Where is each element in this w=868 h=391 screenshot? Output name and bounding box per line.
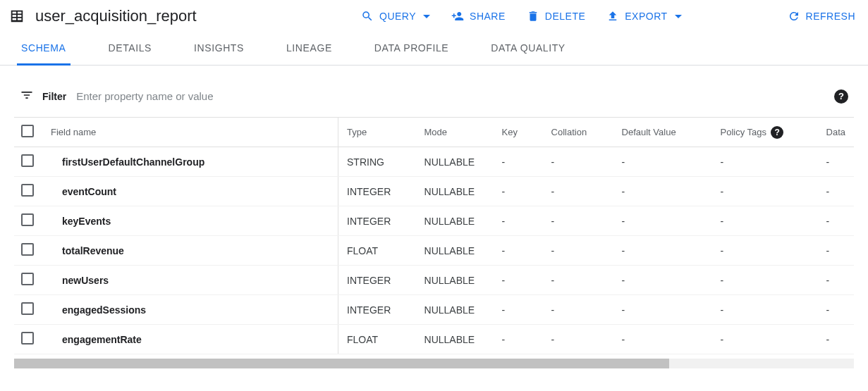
row-checkbox[interactable] — [21, 243, 34, 256]
table-row: newUsersINTEGERNULLABLE----- — [14, 266, 854, 295]
cell-field-name: engagedSessions — [42, 295, 338, 325]
cell-field-name: newUsers — [42, 266, 338, 295]
cell-field-name: totalRevenue — [42, 236, 338, 266]
filter-icon — [20, 88, 34, 104]
cell-type: INTEGER — [338, 177, 416, 206]
cell-data: - — [818, 206, 854, 236]
refresh-icon — [788, 10, 800, 23]
horizontal-scrollbar[interactable] — [14, 359, 854, 368]
table-row: firstUserDefaultChannelGroupSTRINGNULLAB… — [14, 147, 854, 177]
cell-collation: - — [543, 206, 613, 236]
row-checkbox[interactable] — [21, 154, 34, 167]
scrollbar-thumb[interactable] — [14, 359, 669, 368]
table-row: eventCountINTEGERNULLABLE----- — [14, 177, 854, 206]
search-icon — [361, 10, 374, 23]
page-header: user_acquisition_report QUERY SHARE DELE… — [0, 0, 868, 32]
cell-mode: NULLABLE — [416, 206, 494, 236]
table-icon — [8, 8, 25, 25]
cell-collation: - — [543, 295, 613, 325]
query-label: QUERY — [379, 11, 416, 22]
cell-data: - — [818, 177, 854, 206]
help-icon[interactable]: ? — [834, 89, 848, 104]
tab-data-quality[interactable]: DATA QUALITY — [487, 32, 569, 66]
row-checkbox[interactable] — [21, 184, 34, 197]
cell-default-value: - — [613, 206, 712, 236]
tab-data-profile[interactable]: DATA PROFILE — [370, 32, 453, 66]
cell-key: - — [494, 236, 543, 266]
delete-label: DELETE — [545, 11, 585, 22]
schema-table: Field name Type Mode Key Collation Defau… — [14, 117, 854, 354]
cell-default-value: - — [613, 236, 712, 266]
row-checkbox[interactable] — [21, 273, 34, 285]
cell-collation: - — [543, 147, 613, 177]
table-row: keyEventsINTEGERNULLABLE----- — [14, 206, 854, 236]
share-label: SHARE — [470, 11, 506, 22]
refresh-label: REFRESH — [806, 11, 855, 22]
select-all-checkbox[interactable] — [21, 125, 34, 137]
filter-input[interactable] — [75, 89, 826, 103]
cell-key: - — [494, 325, 543, 354]
cell-collation: - — [543, 266, 613, 295]
cell-type: FLOAT — [338, 325, 416, 354]
cell-policy-tags: - — [712, 325, 818, 354]
cell-type: INTEGER — [338, 266, 416, 295]
person-add-icon — [451, 10, 464, 23]
cell-type: FLOAT — [338, 236, 416, 266]
table-title: user_acquisition_report — [35, 7, 197, 25]
share-button[interactable]: SHARE — [450, 7, 507, 25]
delete-button[interactable]: DELETE — [525, 7, 587, 25]
tab-lineage[interactable]: LINEAGE — [282, 32, 336, 66]
table-row: engagedSessionsINTEGERNULLABLE----- — [14, 295, 854, 325]
cell-mode: NULLABLE — [416, 236, 494, 266]
col-header-mode[interactable]: Mode — [416, 118, 494, 147]
col-header-collation[interactable]: Collation — [543, 118, 613, 147]
cell-default-value: - — [613, 177, 712, 206]
cell-key: - — [494, 295, 543, 325]
col-header-type[interactable]: Type — [338, 118, 416, 147]
dropdown-arrow-icon — [675, 15, 682, 18]
col-header-policy-tags[interactable]: Policy Tags ? — [712, 118, 818, 147]
cell-data: - — [818, 325, 854, 354]
cell-policy-tags: - — [712, 147, 818, 177]
svg-rect-4 — [18, 15, 21, 17]
cell-data: - — [818, 236, 854, 266]
help-icon[interactable]: ? — [771, 126, 783, 139]
cell-key: - — [494, 206, 543, 236]
cell-default-value: - — [613, 325, 712, 354]
filter-label: Filter — [42, 91, 66, 102]
col-header-data[interactable]: Data — [818, 118, 854, 147]
cell-mode: NULLABLE — [416, 325, 494, 354]
tab-schema[interactable]: SCHEMA — [17, 32, 71, 66]
cell-policy-tags: - — [712, 236, 818, 266]
svg-rect-1 — [13, 12, 16, 14]
query-button[interactable]: QUERY — [360, 7, 432, 25]
col-header-default-value[interactable]: Default Value — [613, 118, 712, 147]
cell-field-name: eventCount — [42, 177, 338, 206]
tab-insights[interactable]: INSIGHTS — [190, 32, 248, 66]
cell-mode: NULLABLE — [416, 266, 494, 295]
header-actions: QUERY SHARE DELETE EXPORT REFRESH — [360, 7, 857, 25]
row-checkbox[interactable] — [21, 302, 34, 315]
cell-data: - — [818, 147, 854, 177]
cell-default-value: - — [613, 295, 712, 325]
cell-data: - — [818, 266, 854, 295]
col-header-key[interactable]: Key — [494, 118, 543, 147]
filter-bar: Filter ? — [14, 82, 854, 117]
export-label: EXPORT — [625, 11, 667, 22]
row-checkbox[interactable] — [21, 213, 34, 226]
trash-icon — [527, 10, 539, 23]
cell-key: - — [494, 177, 543, 206]
tab-details[interactable]: DETAILS — [104, 32, 157, 66]
policy-tags-label: Policy Tags — [721, 127, 767, 137]
refresh-button[interactable]: REFRESH — [786, 7, 857, 25]
export-icon — [606, 10, 619, 23]
row-checkbox[interactable] — [21, 332, 34, 345]
schema-content: Filter ? Field name Type Mode Key Collat… — [0, 66, 868, 368]
cell-collation: - — [543, 177, 613, 206]
svg-rect-2 — [18, 12, 21, 14]
export-button[interactable]: EXPORT — [605, 7, 683, 25]
tabs-bar: SCHEMA DETAILS INSIGHTS LINEAGE DATA PRO… — [0, 32, 868, 66]
cell-type: INTEGER — [338, 295, 416, 325]
col-header-field-name[interactable]: Field name — [42, 118, 338, 147]
cell-policy-tags: - — [712, 177, 818, 206]
